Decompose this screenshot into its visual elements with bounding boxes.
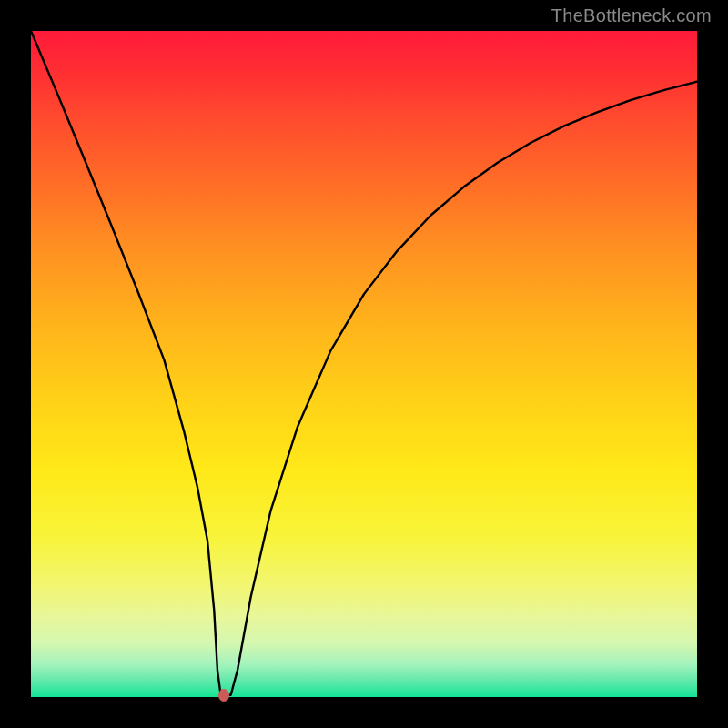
plot-area bbox=[31, 31, 697, 697]
chart-frame: TheBottleneck.com bbox=[0, 0, 728, 728]
data-point-marker bbox=[218, 689, 229, 702]
line-series bbox=[31, 31, 697, 697]
watermark-text: TheBottleneck.com bbox=[551, 5, 712, 26]
